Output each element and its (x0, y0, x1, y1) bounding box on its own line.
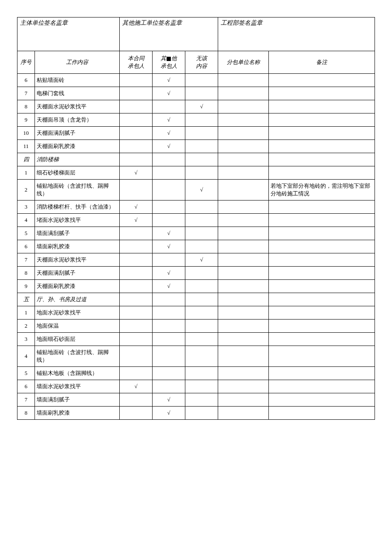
cell-contract (120, 253, 153, 267)
cell-remark (269, 74, 375, 87)
cell-other (153, 200, 185, 214)
cell-contract (120, 140, 153, 153)
cell-contract (120, 333, 153, 346)
cell-other: √ (153, 227, 185, 240)
cell-seq: 3 (17, 333, 35, 346)
table-row: 7天棚面水泥砂浆找平√ (17, 253, 375, 267)
cell-contract: √ (120, 166, 153, 180)
cell-none (185, 240, 218, 253)
cell-work: 地面保温 (35, 320, 120, 333)
header-none: 无该 内容 (185, 51, 218, 74)
cell-none (185, 227, 218, 240)
cell-none (185, 140, 218, 153)
cell-contract (120, 367, 153, 380)
signature-main-unit: 主体单位签名盖章 (17, 17, 120, 51)
header-contract: 本合同 承包人 (120, 51, 153, 74)
cell-remark (269, 320, 375, 333)
cell-subcontractor (218, 87, 269, 100)
header-work: 工作内容 (35, 51, 120, 74)
cell-none: √ (185, 180, 218, 200)
cell-other (153, 293, 185, 306)
cell-other: √ (153, 407, 185, 420)
cell-contract: √ (120, 380, 153, 393)
table-row: 2地面保温 (17, 320, 375, 333)
cell-none: √ (185, 253, 218, 267)
construction-work-table: 主体单位签名盖章 其他施工单位签名盖章 工程部签名盖章 序号 工作内容 本合同 … (17, 17, 375, 420)
cell-work: 铺贴木地板（含踢脚线） (35, 367, 120, 380)
cell-remark (269, 346, 375, 367)
cell-subcontractor (218, 240, 269, 253)
cell-seq: 2 (17, 320, 35, 333)
cell-work: 墙面刷乳胶漆 (35, 407, 120, 420)
cell-none (185, 407, 218, 420)
table-row: 11天棚面刷乳胶漆√ (17, 140, 375, 153)
table-row: 9天棚面刷乳胶漆√ (17, 280, 375, 293)
cell-remark (269, 100, 375, 113)
cell-remark (269, 153, 375, 166)
cell-remark (269, 113, 375, 127)
cell-subcontractor (218, 180, 269, 200)
cell-subcontractor (218, 140, 269, 153)
cell-contract: √ (120, 200, 153, 214)
cell-remark (269, 280, 375, 293)
cell-subcontractor (218, 293, 269, 306)
table-row: 7墙面满刮腻子√ (17, 393, 375, 407)
table-row: 8天棚面水泥砂浆找平√ (17, 100, 375, 113)
cell-subcontractor (218, 367, 269, 380)
cell-contract (120, 240, 153, 253)
cell-none (185, 166, 218, 180)
cell-other (153, 166, 185, 180)
cell-work: 墙面刷乳胶漆 (35, 240, 120, 253)
cell-work: 厅、孙、书房及过道 (35, 293, 120, 306)
cell-contract (120, 100, 153, 113)
cell-seq: 9 (17, 280, 35, 293)
cell-other (153, 153, 185, 166)
header-sub: 分包单位名称 (218, 51, 269, 74)
cell-none (185, 200, 218, 214)
cell-seq: 四 (17, 153, 35, 166)
cell-other: √ (153, 127, 185, 140)
cell-seq: 6 (17, 74, 35, 87)
cell-other (153, 180, 185, 200)
cell-none (185, 87, 218, 100)
cell-other: √ (153, 113, 185, 127)
table-row: 5铺贴木地板（含踢脚线） (17, 367, 375, 380)
cell-contract (120, 306, 153, 320)
cell-remark (269, 306, 375, 320)
cell-seq: 8 (17, 267, 35, 280)
cell-none (185, 320, 218, 333)
table-row: 8墙面刷乳胶漆√ (17, 407, 375, 420)
cell-work: 地面细石砂面层 (35, 333, 120, 346)
cell-remark (269, 267, 375, 280)
cell-contract (120, 293, 153, 306)
cell-seq: 1 (17, 166, 35, 180)
cell-seq: 6 (17, 240, 35, 253)
cell-none (185, 153, 218, 166)
cell-remark (269, 200, 375, 214)
cell-work: 天棚面水泥砂浆找平 (35, 253, 120, 267)
cell-remark (269, 166, 375, 180)
table-row: 1细石砂楼梯面层√ (17, 166, 375, 180)
cell-none (185, 113, 218, 127)
table-row: 四消防楼梯 (17, 153, 375, 166)
cell-seq: 7 (17, 253, 35, 267)
cell-subcontractor (218, 393, 269, 407)
cell-subcontractor (218, 320, 269, 333)
cell-seq: 5 (17, 367, 35, 380)
cell-remark (269, 127, 375, 140)
cell-remark (269, 87, 375, 100)
cell-none (185, 333, 218, 346)
table-row: 9天棚面吊顶（含龙骨）√ (17, 113, 375, 127)
cell-other (153, 214, 185, 227)
cell-other (153, 100, 185, 113)
cell-work: 天棚面刷乳胶漆 (35, 140, 120, 153)
cell-remark (269, 293, 375, 306)
cell-contract (120, 393, 153, 407)
cell-contract (120, 227, 153, 240)
cell-subcontractor (218, 333, 269, 346)
cell-contract (120, 267, 153, 280)
cell-other (153, 380, 185, 393)
cell-none (185, 367, 218, 380)
cell-work: 天棚面吊顶（含龙骨） (35, 113, 120, 127)
header-other: 其他 承包人 (153, 51, 185, 74)
